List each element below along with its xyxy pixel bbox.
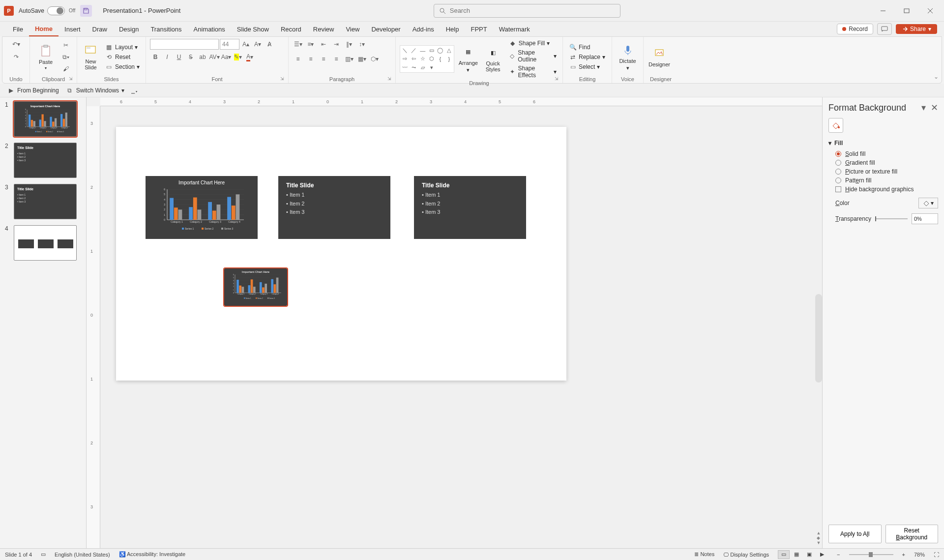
redo-button[interactable]: ↷ — [11, 52, 22, 62]
shadow-button[interactable]: ab — [197, 52, 208, 62]
accessibility-button[interactable]: ♿ Accessibility: Investigate — [119, 551, 186, 558]
line-spacing-button[interactable]: ‖▾ — [344, 39, 354, 50]
shape-brace2-icon[interactable]: } — [445, 55, 453, 62]
shape-effects-button[interactable]: ✦Shape Effects▾ — [507, 64, 559, 79]
sorter-view-button[interactable]: ▦ — [791, 550, 802, 559]
reset-background-button[interactable]: Reset Background — [885, 525, 939, 543]
new-slide-button[interactable]: New Slide — [81, 44, 100, 70]
tab-transitions[interactable]: Transitions — [145, 22, 187, 36]
tab-draw[interactable]: Draw — [87, 22, 113, 36]
tab-watermark[interactable]: Watermark — [493, 22, 536, 36]
transparency-slider[interactable] — [875, 218, 908, 219]
shape-oval-icon[interactable]: ◯ — [436, 47, 444, 54]
shape-connector-icon[interactable]: ⤳ — [410, 64, 418, 71]
align-left-button[interactable]: ≡ — [293, 54, 303, 64]
text-direction-button[interactable]: ↕▾ — [356, 39, 367, 50]
increase-indent-button[interactable]: ⇥ — [331, 39, 342, 50]
slide-thumbnail[interactable]: Title Slide• Item 1• Item 2• Item 3 — [14, 184, 77, 219]
designer-button[interactable]: Designer — [648, 47, 671, 67]
copy-button[interactable]: ⧉▾ — [60, 52, 71, 62]
tab-design[interactable]: Design — [113, 22, 145, 36]
tab-animations[interactable]: Animations — [188, 22, 231, 36]
shape-hex-icon[interactable]: ⬡ — [428, 55, 436, 62]
shape-triangle-icon[interactable]: △ — [445, 47, 453, 54]
shape-star-icon[interactable]: ☆ — [419, 55, 427, 62]
pane-options-button[interactable]: ▾ — [921, 102, 926, 113]
tab-home[interactable]: Home — [29, 22, 59, 36]
radio-picture-fill[interactable]: Picture or texture fill — [835, 168, 938, 175]
zoom-level[interactable]: 78% — [914, 552, 925, 558]
strikethrough-button[interactable]: S̶ — [185, 52, 196, 62]
tab-view[interactable]: View — [340, 22, 365, 36]
slide-nav-arrows[interactable]: ▲◆▼ — [815, 531, 822, 545]
layout-button[interactable]: ▦Layout▾ — [103, 43, 142, 52]
share-button[interactable]: Share▾ — [896, 24, 937, 34]
underline-button[interactable]: U — [174, 52, 184, 62]
radio-solid-fill[interactable]: Solid fill — [835, 150, 938, 157]
numbering-button[interactable]: ≡▾ — [305, 39, 316, 50]
from-beginning-button[interactable]: ▶From Beginning — [7, 87, 59, 94]
tab-developer[interactable]: Developer — [365, 22, 406, 36]
paragraph-dialog-launcher[interactable]: ⇲ — [387, 76, 393, 82]
align-right-button[interactable]: ≡ — [318, 54, 329, 64]
shape-outline-button[interactable]: ◇Shape Outline▾ — [507, 49, 559, 63]
section-button[interactable]: ▭Section▾ — [103, 62, 142, 71]
thumbnail-row[interactable]: 4 — [5, 225, 81, 261]
notes-button[interactable]: ≣ Notes — [694, 551, 714, 558]
comments-button[interactable] — [877, 23, 892, 35]
clipboard-dialog-launcher[interactable]: ⇲ — [69, 76, 75, 82]
arrange-button[interactable]: ▦ Arrange▾ — [457, 45, 479, 73]
increase-font-button[interactable]: A▴ — [240, 39, 251, 50]
justify-button[interactable]: ≡ — [331, 54, 342, 64]
shape-line2-icon[interactable]: ／ — [410, 47, 418, 54]
dictate-button[interactable]: Dictate▾ — [616, 43, 639, 71]
paste-button[interactable]: Paste ▾ — [34, 44, 58, 70]
fit-to-window-button[interactable]: ⛶ — [934, 552, 939, 558]
shape-arrow2-icon[interactable]: ⇦ — [410, 55, 418, 62]
canvas-area[interactable]: 6543210123456 3210123 Important Chart He… — [87, 97, 822, 548]
slideshow-view-button[interactable]: ▶ — [816, 550, 828, 559]
bold-button[interactable]: B — [150, 52, 161, 62]
clear-formatting-button[interactable]: A̷ — [264, 39, 275, 50]
shape-line3-icon[interactable]: — — [419, 47, 427, 54]
shape-rect-icon[interactable]: ▭ — [428, 47, 436, 54]
slide-panel[interactable]: 1Important Chart Here0123456Category 1Ca… — [0, 97, 87, 548]
transparency-input[interactable]: 0% — [912, 213, 938, 224]
fill-mode-button[interactable] — [828, 118, 843, 133]
radio-pattern-fill[interactable]: Pattern fill — [835, 177, 938, 184]
display-settings-button[interactable]: 🖵 Display Settings — [723, 552, 769, 558]
shape-brace-icon[interactable]: { — [436, 55, 444, 62]
quick-styles-button[interactable]: ◧ Quick Styles — [482, 46, 503, 72]
shapes-gallery[interactable]: ＼ ／ — ▭ ◯ △ ⇨ ⇦ ☆ ⬡ { } 〰 ⤳ ▱ ▾ — [400, 45, 454, 73]
replace-button[interactable]: ⇄Replace▾ — [567, 53, 607, 61]
change-case-button[interactable]: Aa▾ — [221, 52, 232, 62]
font-family-combo[interactable] — [150, 39, 219, 50]
tab-help[interactable]: Help — [440, 22, 465, 36]
zoom-in-button[interactable]: + — [902, 552, 905, 558]
minimize-button[interactable] — [873, 4, 893, 18]
drawing-dialog-launcher[interactable]: ⇲ — [555, 76, 560, 82]
tab-review[interactable]: Review — [307, 22, 340, 36]
slide-thumbnail[interactable]: Important Chart Here0123456Category 1Cat… — [14, 101, 77, 137]
font-size-combo[interactable]: 44 — [220, 39, 239, 50]
shape-more-icon[interactable]: ▾ — [428, 64, 436, 71]
search-box[interactable] — [434, 4, 620, 18]
shape-arrow-icon[interactable]: ⇨ — [401, 55, 409, 62]
close-window-button[interactable] — [920, 4, 940, 18]
selection-mode-icon[interactable]: ▭ — [41, 551, 46, 558]
select-button[interactable]: ▭Select▾ — [567, 62, 607, 71]
normal-view-button[interactable]: ▭ — [778, 550, 790, 559]
thumbnail-row[interactable]: 2Title Slide• Item 1• Item 2• Item 3 — [5, 143, 81, 178]
character-spacing-button[interactable]: AV▾ — [209, 52, 220, 62]
apply-to-all-button[interactable]: Apply to All — [828, 525, 882, 543]
collapse-ribbon-button[interactable]: ⌄ — [934, 73, 939, 80]
slide-thumbnail[interactable]: Title Slide• Item 1• Item 2• Item 3 — [14, 143, 77, 178]
radio-gradient-fill[interactable]: Gradient fill — [835, 159, 938, 166]
font-dialog-launcher[interactable]: ⇲ — [280, 76, 286, 82]
find-button[interactable]: 🔍Find — [567, 43, 607, 52]
columns-button[interactable]: ▥▾ — [344, 54, 354, 64]
undo-button[interactable]: ↶▾ — [11, 39, 22, 50]
slide-position[interactable]: Slide 1 of 4 — [5, 552, 32, 558]
align-center-button[interactable]: ≡ — [305, 54, 316, 64]
maximize-button[interactable] — [897, 4, 916, 18]
